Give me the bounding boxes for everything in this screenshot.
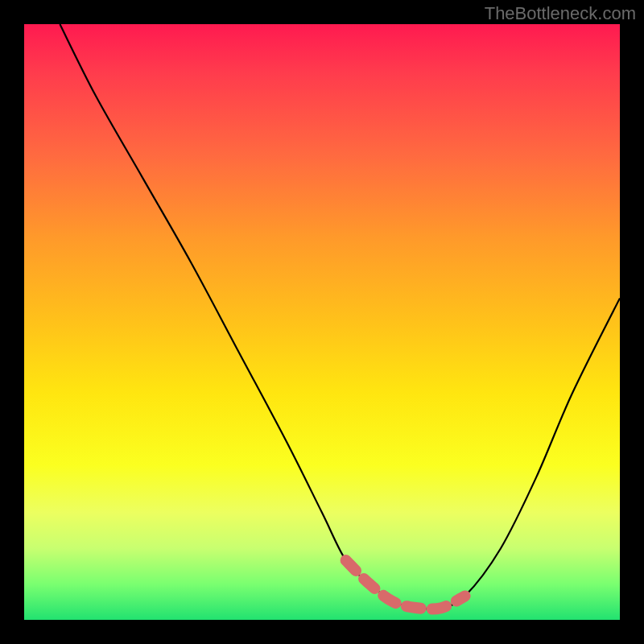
- sweet-spot-highlight: [346, 560, 465, 609]
- watermark-text: TheBottleneck.com: [485, 3, 636, 24]
- plot-area: [24, 24, 620, 620]
- bottleneck-curve: [60, 24, 620, 609]
- chart-svg: [24, 24, 620, 620]
